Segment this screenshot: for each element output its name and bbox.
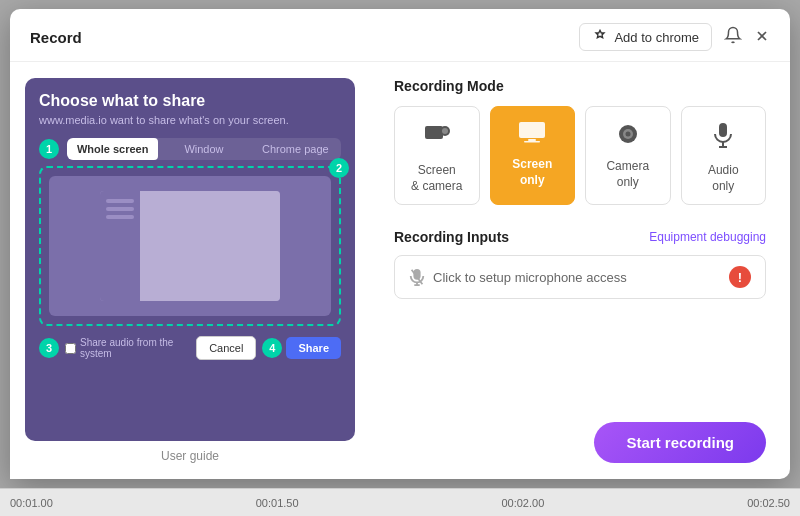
camera-only-svg: [614, 121, 642, 145]
mic-setup-left: Click to setup microphone access: [409, 268, 627, 286]
add-to-chrome-button[interactable]: Add to chrome: [579, 23, 712, 51]
share-card-bottom: 3 Share audio from the system Cancel 4 S…: [39, 336, 341, 360]
recording-inputs-title: Recording Inputs: [394, 229, 509, 245]
sidebar-line-3: [106, 215, 134, 219]
step2-badge: 2: [329, 158, 349, 178]
audio-only-label: Audioonly: [708, 163, 739, 194]
share-audio-checkbox[interactable]: [65, 343, 76, 354]
bottom-left: 3 Share audio from the system: [39, 337, 196, 359]
share-audio-label[interactable]: Share audio from the system: [65, 337, 196, 359]
camera-only-icon: [614, 121, 642, 151]
mic-crossed-icon: [409, 268, 425, 286]
screen-only-svg: [518, 121, 546, 143]
mic-setup-row[interactable]: Click to setup microphone access !: [394, 255, 766, 299]
record-dialog: Record Add to chrome: [10, 9, 790, 479]
svg-point-4: [442, 128, 448, 134]
recording-mode-title: Recording Mode: [394, 78, 766, 94]
notification-button[interactable]: [724, 26, 742, 49]
preview-wrapper: 2: [39, 166, 341, 326]
bottom-right: Cancel 4 Share: [196, 336, 341, 360]
timeline-bar: 00:01.00 00:01.50 00:02.00 00:02.50: [0, 488, 800, 516]
equipment-debug-link[interactable]: Equipment debugging: [649, 230, 766, 244]
timeline-marker-2: 00:01.50: [256, 497, 299, 509]
screen-camera-icon: [423, 121, 451, 155]
share-button[interactable]: Share: [286, 337, 341, 359]
screen-only-icon: [518, 121, 546, 149]
dialog-title: Record: [30, 29, 82, 46]
share-card: Choose what to share www.media.io want t…: [25, 78, 355, 441]
mode-card-screen-camera[interactable]: Screen& camera: [394, 106, 480, 205]
tab-whole-screen[interactable]: Whole screen: [67, 138, 158, 160]
tab-window[interactable]: Window: [158, 138, 249, 160]
close-button[interactable]: [754, 28, 770, 47]
sidebar-line-2: [106, 207, 134, 211]
timeline-marker-1: 00:01.00: [10, 497, 53, 509]
bell-icon: [724, 26, 742, 44]
share-audio-text: Share audio from the system: [80, 337, 196, 359]
share-card-title: Choose what to share: [39, 92, 341, 110]
mockup-content: [140, 191, 280, 301]
audio-only-svg: [712, 121, 734, 149]
warning-icon: !: [729, 266, 751, 288]
close-icon: [754, 28, 770, 44]
timeline-marker-3: 00:02.00: [501, 497, 544, 509]
puzzle-icon: [592, 29, 608, 45]
camera-only-label: Cameraonly: [606, 159, 649, 190]
tab-chrome-page[interactable]: Chrome page: [250, 138, 341, 160]
share-card-subtitle: www.media.io want to share what's on you…: [39, 114, 341, 126]
svg-point-10: [625, 132, 630, 137]
screen-camera-label: Screen& camera: [411, 163, 462, 194]
right-panel: Recording Mode Screen& camera: [370, 62, 790, 479]
dialog-header: Record Add to chrome: [10, 9, 790, 62]
step4-wrap: 4 Share: [262, 337, 341, 359]
mode-card-camera-only[interactable]: Cameraonly: [585, 106, 671, 205]
inputs-header: Recording Inputs Equipment debugging: [394, 229, 766, 245]
screen-preview: [49, 176, 331, 316]
screen-mockup: [100, 191, 280, 301]
tabs-header: 1 Whole screen Window Chrome page: [39, 138, 341, 160]
svg-rect-7: [524, 141, 540, 143]
dialog-body: Choose what to share www.media.io want t…: [10, 62, 790, 479]
step3-badge: 3: [39, 338, 59, 358]
tabs-container[interactable]: Whole screen Window Chrome page: [67, 138, 341, 160]
add-to-chrome-label: Add to chrome: [614, 30, 699, 45]
step1-badge: 1: [39, 139, 59, 159]
sidebar-line-1: [106, 199, 134, 203]
svg-rect-11: [719, 123, 727, 137]
user-guide-link[interactable]: User guide: [161, 449, 219, 463]
audio-only-icon: [712, 121, 734, 155]
timeline-markers: 00:01.00 00:01.50 00:02.00 00:02.50: [10, 497, 790, 509]
header-actions: Add to chrome: [579, 23, 770, 51]
mockup-sidebar: [100, 191, 140, 301]
svg-rect-5: [519, 122, 545, 138]
step2-badge-wrapper: 2: [329, 158, 349, 178]
screen-camera-svg: [423, 121, 451, 149]
svg-rect-6: [528, 139, 536, 141]
screen-only-label: Screenonly: [512, 157, 552, 188]
cancel-button[interactable]: Cancel: [196, 336, 256, 360]
left-panel: Choose what to share www.media.io want t…: [10, 62, 370, 479]
start-recording-button[interactable]: Start recording: [594, 422, 766, 463]
dialog-overlay: Record Add to chrome: [0, 0, 800, 488]
timeline-marker-4: 00:02.50: [747, 497, 790, 509]
step4-badge: 4: [262, 338, 282, 358]
mode-cards: Screen& camera Screenonly: [394, 106, 766, 205]
mic-setup-label: Click to setup microphone access: [433, 270, 627, 285]
mode-card-audio-only[interactable]: Audioonly: [681, 106, 767, 205]
mode-card-screen-only[interactable]: Screenonly: [490, 106, 576, 205]
